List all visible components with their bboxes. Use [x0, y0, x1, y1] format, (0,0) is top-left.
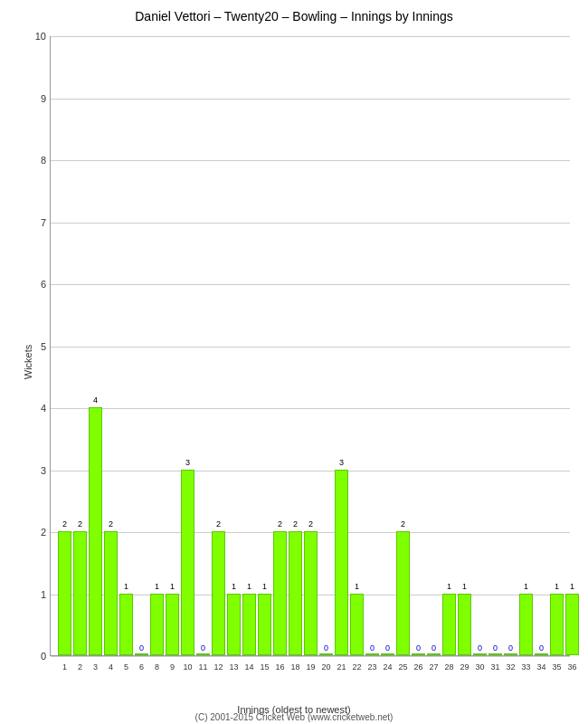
bar: 1 [166, 594, 179, 656]
x-tick-label: 4 [109, 662, 113, 672]
bar-value-label: 2 [397, 519, 409, 529]
x-tick-label: 12 [213, 662, 223, 672]
bar: 1 [458, 594, 471, 656]
bar-value-label: 0 [489, 643, 501, 653]
bar: 1 [519, 594, 533, 656]
bar: 0 [319, 653, 333, 655]
grid-line [51, 160, 570, 161]
x-tick-label: 34 [536, 662, 545, 672]
bar-value-label: 2 [305, 519, 317, 529]
grid-line [51, 347, 570, 348]
x-tick-label: 1 [62, 662, 67, 672]
bar: 0 [135, 653, 148, 655]
bar: 1 [119, 594, 133, 656]
bar-value-label: 0 [197, 643, 209, 653]
bar: 0 [381, 653, 394, 655]
x-tick-label: 11 [198, 662, 207, 672]
x-tick-label: 13 [229, 662, 238, 672]
x-tick-label: 6 [139, 662, 144, 672]
bar-value-label: 3 [336, 458, 347, 467]
x-tick-label: 5 [124, 662, 128, 672]
bar: 1 [242, 594, 256, 656]
grid-line [51, 471, 570, 472]
x-tick-label: 29 [460, 662, 469, 672]
chart-area: 0123456789102122432415061819310011212113… [50, 36, 570, 656]
bar-value-label: 1 [551, 582, 563, 591]
bar: 2 [104, 531, 118, 655]
bar: 2 [273, 531, 287, 655]
bar-value-label: 0 [474, 643, 486, 653]
bar: 4 [89, 407, 102, 655]
x-tick-label: 33 [521, 662, 530, 672]
bar-value-label: 0 [505, 643, 517, 653]
y-tick-label: 3 [24, 465, 46, 476]
bar-value-label: 1 [443, 582, 455, 591]
bar-value-label: 2 [105, 519, 117, 529]
x-tick-label: 10 [183, 662, 192, 672]
y-tick-label: 5 [24, 341, 46, 352]
bar: 0 [365, 653, 379, 655]
bar-value-label: 1 [351, 582, 363, 591]
x-tick-label: 32 [506, 662, 515, 672]
x-tick-label: 26 [413, 662, 422, 672]
bar: 0 [196, 653, 210, 655]
x-tick-label: 16 [275, 662, 284, 672]
y-tick-label: 0 [24, 651, 46, 662]
bar: 1 [258, 594, 271, 656]
bar-value-label: 2 [59, 519, 71, 529]
x-tick-label: 31 [490, 662, 499, 672]
x-tick-label: 21 [337, 662, 346, 672]
bar-value-label: 0 [413, 643, 424, 653]
grid-line [51, 408, 570, 409]
y-tick-label: 9 [24, 93, 46, 104]
x-tick-label: 19 [306, 662, 315, 672]
bar: 0 [488, 653, 502, 655]
grid-line [51, 223, 570, 224]
chart-container: Daniel Vettori – Twenty20 – Bowling – In… [0, 0, 588, 724]
x-tick-label: 8 [155, 662, 159, 672]
bar: 3 [181, 470, 194, 656]
bar: 1 [442, 594, 456, 656]
y-tick-label: 8 [24, 155, 46, 166]
bar: 1 [227, 594, 241, 656]
bar: 2 [212, 531, 225, 655]
bar: 2 [396, 531, 410, 655]
bar: 2 [58, 531, 71, 655]
y-tick-label: 7 [24, 217, 46, 228]
bar-value-label: 1 [166, 582, 178, 591]
bar-value-label: 3 [182, 458, 194, 467]
bar: 1 [350, 594, 364, 656]
bar-value-label: 0 [536, 643, 547, 653]
bar-value-label: 2 [289, 519, 301, 529]
grid-line [51, 36, 570, 37]
x-tick-label: 23 [367, 662, 376, 672]
grid-line [51, 284, 570, 285]
grid-line [51, 99, 570, 100]
bar-value-label: 0 [136, 643, 147, 653]
bar-value-label: 4 [90, 395, 101, 405]
bar-value-label: 0 [320, 643, 332, 653]
x-tick-label: 36 [567, 662, 576, 672]
bar-value-label: 0 [382, 643, 394, 653]
bar: 2 [73, 531, 87, 655]
grid-line [51, 656, 570, 657]
footer-text: (C) 2001-2015 Cricket Web (www.cricketwe… [0, 712, 588, 722]
bar-value-label: 1 [520, 582, 532, 591]
bar: 1 [550, 594, 564, 656]
y-tick-label: 6 [24, 279, 46, 290]
x-tick-label: 28 [444, 662, 453, 672]
bar: 0 [473, 653, 487, 655]
chart-title: Daniel Vettori – Twenty20 – Bowling – In… [0, 0, 588, 28]
x-tick-label: 35 [552, 662, 561, 672]
bar-value-label: 1 [120, 582, 132, 591]
x-tick-label: 18 [290, 662, 299, 672]
x-tick-label: 14 [244, 662, 253, 672]
bar-value-label: 1 [228, 582, 240, 591]
bar: 0 [427, 653, 441, 655]
bar: 0 [535, 653, 548, 655]
x-tick-label: 2 [78, 662, 82, 672]
x-tick-label: 22 [352, 662, 361, 672]
bar-value-label: 1 [243, 582, 255, 591]
bar-value-label: 0 [428, 643, 440, 653]
y-tick-label: 1 [24, 589, 46, 600]
